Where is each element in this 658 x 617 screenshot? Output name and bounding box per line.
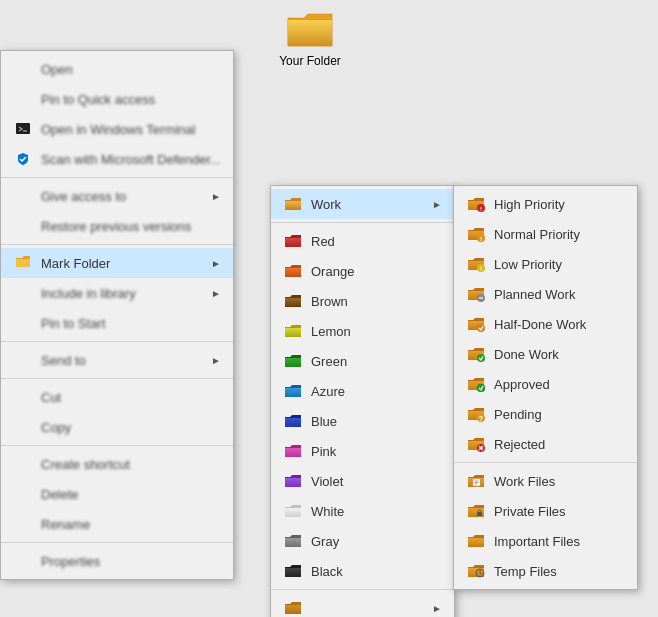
folder-high-priority[interactable]: ! High Priority [454, 189, 637, 219]
work-item-green[interactable]: Green [271, 346, 454, 376]
folder-violet-icon [283, 471, 303, 491]
desktop-folder[interactable]: Your Folder [270, 10, 350, 68]
folder-private-files[interactable]: Private Files [454, 496, 637, 526]
folder-half-done[interactable]: Half-Done Work [454, 309, 637, 339]
restore-versions-icon [13, 216, 33, 236]
high-priority-label: High Priority [494, 197, 625, 212]
menu-include-library[interactable]: Include in library ► [1, 278, 233, 308]
work-pink-label: Pink [311, 444, 442, 459]
include-library-arrow: ► [211, 288, 221, 299]
folder-rejected[interactable]: Rejected [454, 429, 637, 459]
pin-quick-icon [13, 89, 33, 109]
work-item-arrow: ► [432, 199, 442, 210]
menu-open-label: Open [41, 62, 221, 77]
menu-mark-folder[interactable]: Mark Folder ► [1, 248, 233, 278]
give-access-icon [13, 186, 33, 206]
separator-3 [1, 341, 233, 342]
work-white-label: White [311, 504, 442, 519]
menu-copy[interactable]: Copy [1, 412, 233, 442]
work-item-brown[interactable]: Brown [271, 286, 454, 316]
work-item-azure[interactable]: Azure [271, 376, 454, 406]
menu-copy-label: Copy [41, 420, 221, 435]
menu-open-terminal[interactable]: Open in Windows Terminal [1, 114, 233, 144]
folder-work-files[interactable]: Work Files [454, 466, 637, 496]
folder-red-icon [283, 231, 303, 251]
pending-icon: ? [466, 404, 486, 424]
menu-create-shortcut[interactable]: Create shortcut [1, 449, 233, 479]
menu-create-shortcut-label: Create shortcut [41, 457, 221, 472]
important-files-icon: ! [466, 531, 486, 551]
menu-open[interactable]: Open [1, 54, 233, 84]
separator-5 [1, 445, 233, 446]
menu-send-to[interactable]: Send to ► [1, 345, 233, 375]
menu-pin-quick[interactable]: Pin to Quick access [1, 84, 233, 114]
folder-pending[interactable]: ? Pending [454, 399, 637, 429]
properties-icon [13, 551, 33, 571]
work-separator-2 [271, 589, 454, 590]
folder-planned-work[interactable]: Planned Work [454, 279, 637, 309]
svg-text:!: ! [480, 206, 482, 212]
folder-brown-icon [283, 291, 303, 311]
menu-properties-label: Properties [41, 554, 221, 569]
menu-scan[interactable]: Scan with Microsoft Defender... [1, 144, 233, 174]
svg-rect-0 [16, 123, 30, 134]
svg-rect-22 [477, 512, 482, 516]
mark-folder-icon [13, 253, 33, 273]
work-gray-label: Gray [311, 534, 442, 549]
folder-orange-icon [283, 261, 303, 281]
include-library-icon [13, 283, 33, 303]
menu-rename[interactable]: Rename [1, 509, 233, 539]
menu-restore-versions[interactable]: Restore previous versions [1, 211, 233, 241]
half-done-icon [466, 314, 486, 334]
separator-2 [1, 244, 233, 245]
work-brown-label: Brown [311, 294, 442, 309]
menu-cut[interactable]: Cut [1, 382, 233, 412]
work-folder-icon [283, 194, 303, 214]
private-files-label: Private Files [494, 504, 625, 519]
menu-properties[interactable]: Properties [1, 546, 233, 576]
menu-give-access-label: Give access to [41, 189, 211, 204]
rejected-label: Rejected [494, 437, 625, 452]
folders-submenu: ! High Priority ! Normal Priority ! [453, 185, 638, 590]
cut-icon [13, 387, 33, 407]
menu-delete[interactable]: Delete [1, 479, 233, 509]
menu-delete-label: Delete [41, 487, 221, 502]
work-item-blue[interactable]: Blue [271, 406, 454, 436]
menu-include-library-label: Include in library [41, 286, 211, 301]
menu-pin-start[interactable]: Pin to Start [1, 308, 233, 338]
menu-give-access[interactable]: Give access to ► [1, 181, 233, 211]
temp-files-icon [466, 561, 486, 581]
rejected-icon [466, 434, 486, 454]
rename-icon [13, 514, 33, 534]
separator-4 [1, 378, 233, 379]
work-item-orange[interactable]: Orange [271, 256, 454, 286]
folder-white-icon [283, 501, 303, 521]
folder-low-priority[interactable]: ! Low Priority [454, 249, 637, 279]
work-item-lemon[interactable]: Lemon [271, 316, 454, 346]
folder-normal-priority[interactable]: ! Normal Priority [454, 219, 637, 249]
work-azure-label: Azure [311, 384, 442, 399]
planned-work-label: Planned Work [494, 287, 625, 302]
separator-6 [1, 542, 233, 543]
give-access-arrow: ► [211, 191, 221, 202]
work-item-work[interactable]: Work ► [271, 189, 454, 219]
work-black-label: Black [311, 564, 442, 579]
done-work-label: Done Work [494, 347, 625, 362]
work-item-dark[interactable]: ► [271, 593, 454, 617]
separator-1 [1, 177, 233, 178]
work-item-violet[interactable]: Violet [271, 466, 454, 496]
work-item-pink[interactable]: Pink [271, 436, 454, 466]
folder-done-work[interactable]: Done Work [454, 339, 637, 369]
terminal-icon [13, 119, 33, 139]
work-item-red[interactable]: Red [271, 226, 454, 256]
folder-temp-files[interactable]: Temp Files [454, 556, 637, 586]
folder-important-files[interactable]: ! Important Files [454, 526, 637, 556]
mark-folder-arrow: ► [211, 258, 221, 269]
folder-approved[interactable]: Approved [454, 369, 637, 399]
work-item-black[interactable]: Black [271, 556, 454, 586]
important-files-label: Important Files [494, 534, 625, 549]
work-item-white[interactable]: White [271, 496, 454, 526]
temp-files-label: Temp Files [494, 564, 625, 579]
work-item-gray[interactable]: Gray [271, 526, 454, 556]
svg-text:!: ! [480, 236, 482, 242]
